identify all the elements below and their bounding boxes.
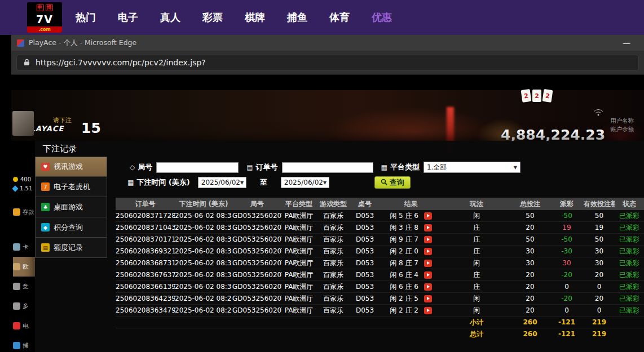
cell-play: 庄 [443, 222, 510, 234]
replay-button[interactable] [424, 295, 432, 302]
cell-table: D053 [351, 246, 379, 257]
cell-game: 百家乐 [316, 222, 351, 234]
order-label: ▤ 订单号 [246, 162, 277, 172]
order-input[interactable] [282, 162, 373, 173]
sidebar-item-5[interactable]: ▤额度记录 [35, 238, 107, 258]
search-button-label: 查询 [390, 177, 404, 188]
strip-item-5[interactable]: 多 [13, 296, 35, 316]
cell-result: 闲 6 庄 6 [379, 281, 443, 293]
coin-value: 400 [20, 176, 31, 182]
cell-result: 闲 6 庄 4 [379, 269, 443, 281]
cell-table: D053 [351, 210, 379, 222]
replay-button[interactable] [424, 283, 432, 291]
cell-time: 2025-06-02 08:34:28 [175, 210, 232, 222]
nav-item-3[interactable]: 真人 [160, 11, 180, 24]
clipboard-icon: ▤ [246, 163, 253, 171]
bet-table-wrap: 订单号 下注时间 (美东) 局号 平台类型 游戏类型 桌号 结果 玩法 总投注 [116, 198, 644, 340]
playing-card-1: 2 [521, 89, 532, 103]
strip-item-icon [13, 283, 20, 290]
cell-bet: 20 [510, 269, 550, 281]
cell-play: 庄 [443, 234, 510, 246]
round-input[interactable] [156, 162, 239, 173]
col-bet: 总投注 [510, 198, 550, 210]
cell-valid: 19 [584, 222, 615, 234]
cell-result: 闲 2 庄 5 [379, 293, 443, 305]
result-cell: 闲 8 庄 7 [379, 257, 443, 269]
url-input[interactable]: https://gci.7vvvvvv.com/pc/pcv2/index.js… [16, 55, 639, 71]
strip-item-6[interactable]: 电 [13, 316, 35, 336]
table-row: 2506020836347942025-06-02 08:27:57GD0532… [116, 305, 644, 317]
cell-valid: 0 [584, 305, 615, 317]
avatar[interactable] [12, 111, 34, 136]
sidebar-item-1[interactable]: ♥视讯游戏 [35, 157, 107, 177]
cell-round: GD053256020TP [232, 257, 282, 269]
play-triangle-icon [427, 214, 430, 217]
replay-button[interactable] [424, 260, 432, 267]
cell-valid: 20 [584, 293, 615, 305]
cell-bet: 20 [510, 281, 550, 293]
strip-item-label: 存款 [23, 208, 34, 216]
strip-item-label: 电 [23, 322, 29, 330]
nav-item-8[interactable]: 优惠 [372, 11, 392, 24]
date-to-select[interactable]: 2025/06/02 ▼ [281, 177, 329, 188]
play-triangle-icon [427, 285, 430, 288]
cell-result: 闲 5 庄 6 [379, 210, 443, 222]
strip-item-1[interactable]: 存款 [13, 202, 35, 222]
sidebar-item-4[interactable]: ◆积分查询 [35, 217, 107, 238]
url-text: https://gci.7vvvvvv.com/pc/pcv2/index.js… [36, 58, 206, 67]
strip-item-7[interactable]: 捕 [13, 336, 35, 352]
result-text: 闲 8 庄 7 [390, 257, 418, 269]
chevron-down-icon: ▼ [323, 180, 327, 185]
nav-item-1[interactable]: 热门 [76, 11, 96, 24]
replay-button[interactable] [424, 212, 432, 220]
replay-button[interactable] [424, 224, 432, 231]
grid-icon: ▦ [381, 163, 387, 171]
cell-order: 250602083687318 [116, 257, 175, 269]
cell-payout: -20 [550, 269, 584, 281]
col-table: 桌号 [351, 198, 379, 210]
col-play: 玩法 [443, 198, 510, 210]
video-icon: ♥ [41, 163, 50, 171]
nav-item-4[interactable]: 彩票 [202, 11, 223, 24]
strip-item-4[interactable]: 竞 [13, 277, 35, 296]
result-cell: 闲 2 庄 0 [379, 246, 443, 257]
nav-item-7[interactable]: 体育 [329, 11, 350, 24]
cell-payout: 19 [550, 222, 584, 234]
cell-valid: 30 [584, 246, 615, 257]
cell-bet: 20 [510, 222, 550, 234]
cell-play: 闲 [443, 293, 510, 305]
cell-time: 2025-06-02 08:30:04 [175, 281, 232, 293]
sidebar-item-3[interactable]: ♣桌面游戏 [35, 197, 107, 217]
strip-item-2[interactable]: 卡 [13, 237, 35, 257]
cell-order: 250602083701710 [116, 234, 175, 246]
cell-bet: 20 [510, 305, 550, 317]
gem-icon [12, 185, 18, 191]
cell-bet: 20 [510, 293, 550, 305]
play-triangle-icon [427, 309, 430, 312]
coin-balance: 400 [13, 176, 31, 182]
nav-item-6[interactable]: 捕鱼 [287, 11, 307, 24]
table-row: 2506020837172812025-06-02 08:34:28GD0532… [116, 210, 644, 222]
nav-item-5[interactable]: 棋牌 [245, 11, 265, 24]
result-cell: 闲 2 庄 5 [379, 293, 443, 304]
round-label: ◇ 局号 [130, 162, 152, 172]
replay-button[interactable] [424, 307, 432, 314]
replay-button[interactable] [424, 271, 432, 279]
cell-status: 已派彩 [615, 269, 644, 281]
date-from-select[interactable]: 2025/06/02 ▼ [198, 177, 246, 188]
strip-item-3[interactable]: 欧 [13, 257, 35, 277]
nav-item-2[interactable]: 电子 [118, 11, 138, 24]
logo-cn-2: 博 [46, 4, 53, 11]
search-button[interactable]: 查询 [374, 176, 411, 189]
sidebar-item-2[interactable]: 7电子老虎机 [35, 177, 107, 197]
table-row: 2506020837104312025-06-02 08:33:55GD0532… [116, 222, 644, 234]
minimize-button[interactable]: — [615, 38, 638, 47]
site-logo[interactable]: 申 博 7V .com [27, 2, 62, 33]
strip-item-icon [13, 302, 20, 310]
replay-button[interactable] [424, 248, 432, 255]
replay-button[interactable] [424, 236, 432, 243]
lock-icon [24, 57, 30, 68]
result-cell: 闲 6 庄 4 [379, 269, 443, 280]
platform-select[interactable]: 1.全部 ▼ [424, 162, 521, 173]
cell-valid: 30 [584, 257, 615, 269]
